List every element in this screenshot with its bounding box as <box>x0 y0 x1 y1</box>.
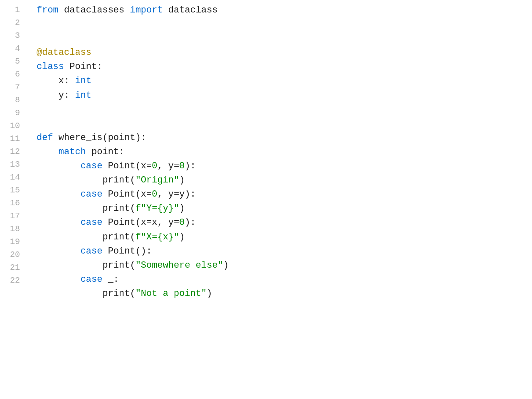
code-line <box>37 117 532 131</box>
line-number: 4 <box>7 42 23 55</box>
line-number: 22 <box>7 274 23 287</box>
code-token: ) <box>223 260 229 271</box>
line-number: 18 <box>7 222 23 235</box>
line-number: 12 <box>7 145 23 158</box>
code-token: case <box>81 274 103 285</box>
code-token: , y= <box>157 161 179 171</box>
code-token: Point(x=x, y= <box>102 217 179 228</box>
line-number: 1 <box>7 3 23 16</box>
line-number: 5 <box>7 55 23 68</box>
code-token <box>37 147 59 157</box>
code-token: case <box>81 189 103 200</box>
code-token <box>37 189 81 200</box>
code-token: point: <box>86 147 124 157</box>
line-number: 8 <box>7 94 23 106</box>
code-token: "Origin" <box>135 175 180 185</box>
code-line <box>37 103 532 117</box>
code-token: where_is(point): <box>53 133 146 143</box>
line-number: 9 <box>7 106 23 119</box>
code-content: from dataclasses import dataclass @datac… <box>30 3 532 396</box>
code-token: def <box>37 133 53 143</box>
code-token: print( <box>37 288 135 299</box>
code-token: print( <box>37 260 135 271</box>
code-line: class Point: <box>37 60 532 74</box>
code-token: case <box>81 217 103 228</box>
code-token: Point(x= <box>102 189 152 200</box>
code-token: ) <box>207 288 212 299</box>
code-token: int <box>75 76 91 86</box>
code-line: @dataclass <box>37 46 532 60</box>
code-token: case <box>81 161 103 171</box>
line-number: 19 <box>7 235 23 248</box>
code-token <box>37 246 81 256</box>
code-token: ) <box>179 175 185 185</box>
code-token: int <box>75 90 91 101</box>
code-token: dataclasses <box>59 5 130 15</box>
code-token: class <box>37 62 64 72</box>
code-line: y: int <box>37 89 532 103</box>
line-numbers: 12345678910111213141516171819202122 <box>0 3 30 396</box>
code-token: 0 <box>152 189 157 200</box>
line-number: 3 <box>7 29 23 42</box>
code-line: case Point(x=x, y=0): <box>37 216 532 230</box>
code-token <box>37 274 81 285</box>
code-token: 0 <box>179 161 185 171</box>
code-token <box>37 161 81 171</box>
code-token: 0 <box>152 161 157 171</box>
code-line: def where_is(point): <box>37 131 532 145</box>
code-line: print("Somewhere else") <box>37 259 532 273</box>
code-token: case <box>81 246 103 256</box>
code-line: print(f"Y={y}") <box>37 202 532 216</box>
code-token: print( <box>37 232 135 242</box>
code-line <box>37 17 532 32</box>
line-number: 2 <box>7 16 23 29</box>
line-number: 10 <box>7 119 23 132</box>
code-token: Point: <box>64 62 102 72</box>
code-token: "Not a point" <box>135 288 207 299</box>
code-token: match <box>59 147 86 157</box>
code-token: 0 <box>179 217 185 228</box>
code-token: _: <box>102 274 119 285</box>
code-token: f"Y={y}" <box>135 203 180 214</box>
code-token: from <box>37 5 59 15</box>
code-line: case _: <box>37 273 532 287</box>
line-number: 15 <box>7 184 23 197</box>
code-token: Point(): <box>102 246 152 256</box>
line-number: 13 <box>7 158 23 171</box>
code-token: import <box>130 5 163 15</box>
code-token <box>37 217 81 228</box>
line-number: 20 <box>7 248 23 261</box>
code-token: ): <box>185 161 195 171</box>
code-line: print("Origin") <box>37 173 532 187</box>
code-line: case Point(x=0, y=0): <box>37 159 532 173</box>
line-number: 17 <box>7 209 23 222</box>
code-token: dataclass <box>163 5 218 15</box>
code-line <box>37 32 532 46</box>
line-number: 7 <box>7 81 23 94</box>
code-line: case Point(): <box>37 244 532 259</box>
line-number: 11 <box>7 132 23 145</box>
line-number: 6 <box>7 68 23 81</box>
code-token: y: <box>37 90 75 101</box>
code-token: ) <box>179 232 185 242</box>
code-token: "Somewhere else" <box>135 260 223 271</box>
code-token: ) <box>179 203 185 214</box>
code-token: print( <box>37 203 135 214</box>
line-number: 16 <box>7 197 23 209</box>
code-editor: 12345678910111213141516171819202122 from… <box>0 0 532 399</box>
code-token: print( <box>37 175 135 185</box>
code-token: f"X={x}" <box>135 232 180 242</box>
code-line: x: int <box>37 74 532 88</box>
code-token: , y=y): <box>157 189 195 200</box>
code-token: ): <box>185 217 195 228</box>
code-line: case Point(x=0, y=y): <box>37 187 532 202</box>
code-line: print(f"X={x}") <box>37 230 532 244</box>
code-line: from dataclasses import dataclass <box>37 3 532 17</box>
code-token: Point(x= <box>102 161 152 171</box>
code-line: print("Not a point") <box>37 287 532 301</box>
code-line <box>37 301 532 315</box>
line-number: 21 <box>7 261 23 274</box>
line-number: 14 <box>7 171 23 184</box>
code-token: x: <box>37 76 75 86</box>
code-token: @dataclass <box>37 47 91 58</box>
